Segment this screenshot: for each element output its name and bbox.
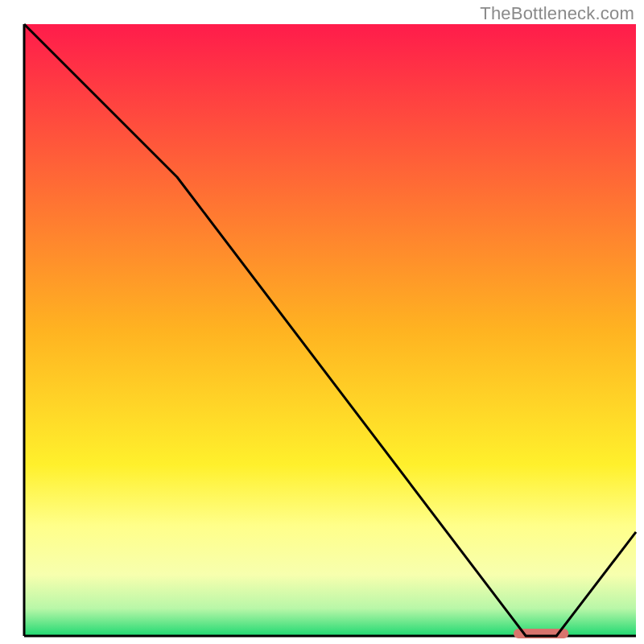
bottleneck-chart (0, 0, 644, 644)
watermark-text: TheBottleneck.com (480, 3, 634, 24)
chart-container: { "watermark": "TheBottleneck.com", "cha… (0, 0, 644, 644)
